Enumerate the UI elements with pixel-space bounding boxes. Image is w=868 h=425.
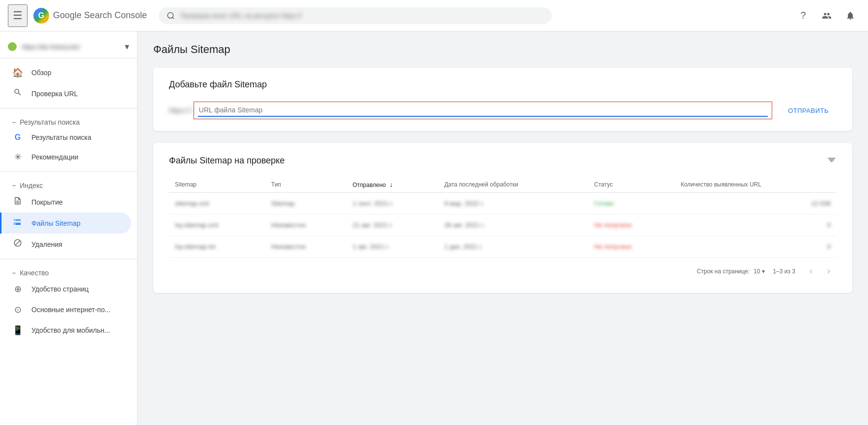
google-g-icon: G — [12, 133, 24, 142]
main-content: Файлы Sitemap Добавьте файл Sitemap http… — [138, 31, 868, 425]
add-sitemap-title: Добавьте файл Sitemap — [169, 80, 837, 90]
sidebar-item-label: Файлы Sitemap — [31, 219, 81, 227]
col-submitted[interactable]: Отправлено ↓ — [347, 177, 439, 193]
submit-sitemap-button[interactable]: ОТПРАВИТЬ — [780, 103, 837, 118]
chevron-right-icon — [824, 267, 833, 276]
cell-submitted: 21 авг. 2021 г. — [347, 214, 439, 236]
sitemap-url-input[interactable] — [198, 104, 768, 117]
url-check-icon — [12, 88, 24, 99]
property-status-dot — [8, 42, 17, 51]
pagination: Строк на странице: 10 ▾ 1–3 из 3 — [169, 258, 837, 281]
bell-icon — [845, 11, 855, 21]
sidebar-item-label: Проверка URL — [31, 90, 78, 98]
pagination-range: 1–3 из 3 — [773, 268, 795, 275]
cell-submitted: 1 сент. 2021 г. — [347, 193, 439, 214]
cell-url-count: 0 — [675, 214, 837, 236]
sidebar-item-overview[interactable]: 🏠 Обзор — [0, 62, 131, 83]
cell-status: Не получено — [588, 214, 675, 236]
filter-icon[interactable] — [827, 155, 837, 167]
property-name: https://de-history.biz/ — [22, 43, 120, 51]
section-header-index: − Индекс — [0, 176, 137, 191]
nav-divider-1 — [0, 108, 137, 108]
sidebar: https://de-history.biz/ ▾ 🏠 Обзор Провер… — [0, 31, 138, 425]
base-url-label: https:// / — [169, 106, 194, 114]
col-sitemap[interactable]: Sitemap — [169, 177, 265, 193]
add-sitemap-form: https:// / ОТПРАВИТЬ — [169, 102, 837, 119]
removals-icon — [12, 239, 24, 250]
chevron-left-icon — [807, 267, 815, 276]
sidebar-item-coverage[interactable]: Покрытие — [0, 191, 131, 212]
sidebar-item-recommendations[interactable]: ✳ Рекомендации — [0, 147, 131, 167]
rows-per-page-selector[interactable]: 10 ▾ — [754, 268, 765, 275]
section-label: Качество — [20, 269, 49, 277]
cell-last-processed: 1 дек. 2021 г. — [438, 236, 588, 258]
sidebar-item-core-web-vitals[interactable]: ⊙ Основные интернет-по... — [0, 299, 131, 320]
help-icon: ? — [800, 10, 806, 21]
hamburger-icon: ☰ — [13, 9, 23, 22]
sitemap-url-input-wrapper — [194, 102, 772, 119]
hamburger-button[interactable]: ☰ — [8, 4, 28, 27]
rows-per-page-label: Строк на странице: — [697, 268, 750, 275]
section-label: Индекс — [20, 182, 43, 189]
mobile-icon: 📱 — [12, 325, 24, 336]
sidebar-item-label: Удобство для мобильн... — [31, 326, 110, 334]
sidebar-item-search-results[interactable]: G Результаты поиска — [0, 128, 131, 147]
main-layout: https://de-history.biz/ ▾ 🏠 Обзор Провер… — [0, 31, 868, 425]
rows-select-chevron-icon: ▾ — [762, 268, 765, 275]
notifications-button[interactable] — [840, 6, 860, 26]
next-page-button[interactable] — [821, 264, 837, 279]
help-button[interactable]: ? — [793, 6, 813, 26]
prev-page-button[interactable] — [803, 264, 819, 279]
cell-sitemap: sitemap.xml — [169, 193, 265, 214]
chevron-down-icon: ▾ — [125, 41, 129, 52]
pagination-rows-per-page: Строк на странице: 10 ▾ — [697, 268, 765, 275]
cell-status: Готово — [588, 193, 675, 214]
home-icon: 🏠 — [12, 67, 24, 78]
col-url-count[interactable]: Количество выявленных URL — [675, 177, 837, 193]
svg-line-1 — [172, 17, 174, 19]
app-title: Google Search Console — [53, 10, 147, 21]
cell-type: Неизвестно — [265, 214, 347, 236]
sidebar-item-label: Результаты поиска — [31, 133, 91, 141]
pagination-nav — [803, 264, 837, 279]
nav-divider-3 — [0, 259, 137, 259]
nav-actions: ? — [793, 6, 860, 26]
sidebar-item-url-check[interactable]: Проверка URL — [0, 83, 131, 104]
collapse-icon: − — [12, 118, 16, 126]
section-label: Результаты поиска — [20, 118, 80, 126]
accounts-icon — [822, 11, 832, 21]
table-row: hq-sitemap.xml Неизвестно 21 авг. 2021 г… — [169, 214, 837, 236]
logo: G Google Search Console — [33, 8, 147, 24]
table-row: hq-sitemap-txt Неизвестно 1 авг. 2021 г.… — [169, 236, 837, 258]
col-type[interactable]: Тип — [265, 177, 347, 193]
col-last-processed[interactable]: Дата последней обработки — [438, 177, 588, 193]
page-experience-icon: ⊕ — [12, 284, 24, 294]
cell-sitemap: hq-sitemap.xml — [169, 214, 265, 236]
sidebar-item-removals[interactable]: Удаления — [0, 234, 131, 255]
table-header: Sitemap Тип Отправлено ↓ Дата последней … — [169, 177, 837, 193]
sidebar-item-label: Обзор — [31, 69, 51, 77]
add-sitemap-card: Добавьте файл Sitemap https:// / ОТПРАВИ… — [153, 68, 852, 131]
sidebar-item-label: Удобство страниц — [31, 285, 89, 293]
property-selector[interactable]: https://de-history.biz/ ▾ — [0, 35, 137, 58]
sidebar-item-label: Рекомендации — [31, 153, 78, 161]
collapse-icon: − — [12, 182, 16, 189]
search-input[interactable] — [180, 12, 544, 20]
sidebar-item-sitemaps[interactable]: Файлы Sitemap — [0, 212, 131, 234]
sitemap-icon — [12, 217, 24, 229]
sort-desc-icon: ↓ — [390, 181, 393, 188]
accounts-button[interactable] — [817, 6, 837, 26]
nav-divider-2 — [0, 171, 137, 172]
core-vitals-icon: ⊙ — [12, 304, 24, 315]
col-status[interactable]: Статус — [588, 177, 675, 193]
svg-point-0 — [168, 12, 173, 18]
section-header-quality: − Качество — [0, 263, 137, 279]
sidebar-item-page-experience[interactable]: ⊕ Удобство страниц — [0, 279, 131, 299]
sidebar-item-mobile[interactable]: 📱 Удобство для мобильн... — [0, 320, 131, 341]
cell-url-count: 12 638 — [675, 193, 837, 214]
cell-last-processed: 9 мар. 2022 г. — [438, 193, 588, 214]
asterisk-icon: ✳ — [12, 152, 24, 162]
top-nav: ☰ G Google Search Console ? — [0, 0, 868, 31]
page-title: Файлы Sitemap — [153, 43, 852, 56]
sitemaps-table: Sitemap Тип Отправлено ↓ Дата последней … — [169, 177, 837, 258]
